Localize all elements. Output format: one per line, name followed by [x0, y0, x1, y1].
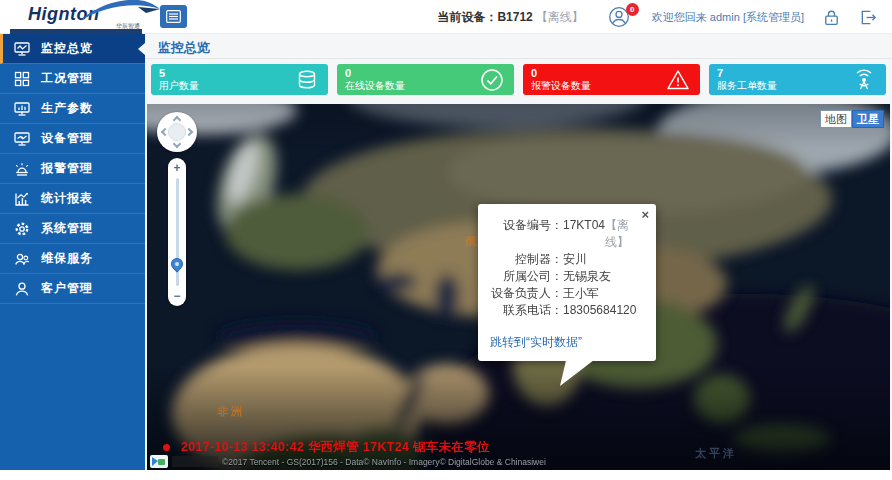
signal-tower-icon: [851, 67, 877, 93]
logo-underline-bar: [10, 29, 142, 34]
sidebar-item-alarm-management[interactable]: 报警管理: [0, 154, 145, 184]
sidebar-item-label: 客户管理: [41, 280, 93, 297]
map-label-pacific: 太平洋: [695, 446, 737, 461]
sidebar-item-label: 设备管理: [41, 130, 93, 147]
map-attribution: ©2017 Tencent - GS(2017)156 - Data© NavI…: [150, 455, 546, 468]
popup-row-owner: 设备负责人： 王小军: [487, 285, 647, 302]
world-map[interactable]: + − 地图 卫星 俄罗斯 中 国 非洲 太平洋 × 设备编号： 17KT04 …: [147, 104, 890, 470]
map-type-toggle: 地图 卫星: [820, 110, 884, 128]
database-icon: [295, 68, 319, 92]
popup-device-status: 【离线】: [605, 217, 647, 251]
pan-center[interactable]: [168, 123, 186, 141]
sidebar-item-label: 生产参数: [41, 100, 93, 117]
grid-icon: [13, 70, 31, 88]
zoom-knob[interactable]: [169, 256, 186, 273]
sidebar-item-customer-management[interactable]: 客户管理: [0, 274, 145, 304]
menu-list-icon: [166, 10, 181, 23]
logout-icon: [859, 8, 878, 27]
sidebar-item-production-params[interactable]: 生产参数: [0, 94, 145, 124]
header-right: 当前设备：B1712 【离线】 0 欢迎您回来 admin [系统管理员]: [437, 0, 878, 34]
stat-card-alarm-devices[interactable]: 0 报警设备数量: [523, 64, 700, 95]
sidebar-item-system-management[interactable]: 系统管理: [0, 214, 145, 244]
map-label-africa: 非洲: [217, 404, 245, 419]
alert-text: 2017-10-13 13:40:42 华西焊管 17KT24 锯车未在零位: [181, 439, 490, 456]
current-device-label: 当前设备：B1712: [437, 9, 532, 26]
map-type-button-satellite[interactable]: 卫星: [852, 110, 884, 128]
sidebar-toggle-button[interactable]: [160, 5, 187, 28]
app-logo: Hignton 华辰智通: [28, 4, 146, 31]
pan-down-icon[interactable]: [173, 140, 181, 148]
sidebar-item-label: 维保服务: [41, 250, 93, 267]
device-info-popup: × 设备编号： 17KT04 【离线】 控制器： 安川 所属公司： 无锡泉友 设…: [478, 204, 656, 361]
alarm-icon: [13, 160, 31, 178]
pan-right-icon[interactable]: [185, 128, 193, 136]
page-title: 监控总览: [145, 34, 892, 59]
sidebar-item-working-condition[interactable]: 工况管理: [0, 64, 145, 94]
notification-user-button[interactable]: 0: [608, 6, 630, 28]
close-icon[interactable]: ×: [641, 208, 649, 221]
stat-cards: 5 用户数量 0 在线设备数量 0 报警设备数量 7 服务工单数量: [145, 59, 892, 95]
service-people-icon: [13, 250, 31, 268]
attribution-chip: [172, 456, 218, 467]
sidebar-item-label: 监控总览: [41, 40, 93, 57]
stat-card-users[interactable]: 5 用户数量: [151, 64, 328, 95]
sidebar-item-device-management[interactable]: 设备管理: [0, 124, 145, 154]
sidebar-item-label: 工况管理: [41, 70, 93, 87]
popup-row-controller: 控制器： 安川: [487, 251, 647, 268]
active-item-arrow: [138, 43, 145, 55]
header: Hignton 华辰智通 当前设备：B1712 【离线】 0 欢迎您回来 adm…: [0, 0, 892, 34]
attribution-text: ©2017 Tencent - GS(2017)156 - Data© NavI…: [222, 457, 546, 467]
main-content: 监控总览 5 用户数量 0 在线设备数量 0 报警设备数量 7 服务工单数量: [145, 34, 892, 470]
map-type-button-map[interactable]: 地图: [820, 110, 852, 128]
current-device-status: 【离线】: [536, 9, 584, 26]
chart-icon: [13, 190, 31, 208]
logo-swoosh-icon: [80, 0, 162, 23]
alarm-ticker: 2017-10-13 13:40:42 华西焊管 17KT24 锯车未在零位: [163, 439, 490, 456]
logout-button[interactable]: [859, 8, 878, 27]
sidebar-item-label: 统计报表: [41, 190, 93, 207]
sidebar-item-label: 系统管理: [41, 220, 93, 237]
popup-row-device-id: 设备编号： 17KT04 【离线】: [487, 217, 647, 251]
username-label: admin [系统管理员]: [710, 11, 804, 23]
stat-card-work-orders[interactable]: 7 服务工单数量: [709, 64, 886, 95]
sidebar-item-maintenance-service[interactable]: 维保服务: [0, 244, 145, 274]
monitor-overview-icon: [13, 40, 31, 58]
popup-row-company: 所属公司： 无锡泉友: [487, 268, 647, 285]
monitor-chart-icon: [13, 100, 31, 118]
sidebar-item-statistics-report[interactable]: 统计报表: [0, 184, 145, 214]
check-circle-icon: [479, 67, 505, 93]
warning-triangle-icon: [665, 67, 691, 93]
notification-badge: 0: [626, 3, 639, 16]
tencent-map-logo-icon: [150, 455, 168, 468]
sidebar-item-monitor-overview[interactable]: 监控总览: [0, 34, 145, 64]
welcome-text: 欢迎您回来 admin [系统管理员]: [652, 10, 804, 25]
gear-icon: [13, 220, 31, 238]
welcome-label: 欢迎您回来: [652, 11, 707, 23]
zoom-out-button[interactable]: −: [168, 289, 186, 303]
monitor-device-icon: [13, 130, 31, 148]
sidebar-item-label: 报警管理: [41, 160, 93, 177]
alert-dot-icon: [163, 444, 170, 451]
popup-row-phone: 联系电话： 18305684120: [487, 302, 647, 319]
map-zoom-slider[interactable]: + −: [168, 158, 186, 306]
stat-card-online-devices[interactable]: 0 在线设备数量: [337, 64, 514, 95]
person-icon: [13, 280, 31, 298]
realtime-data-link[interactable]: 跳转到“实时数据”: [487, 334, 647, 351]
zoom-in-button[interactable]: +: [168, 161, 186, 175]
lock-icon: [822, 8, 841, 27]
sidebar: 监控总览 工况管理 生产参数 设备管理 报警管理 统计报表: [0, 34, 145, 470]
map-pan-control[interactable]: [157, 112, 197, 152]
lock-button[interactable]: [822, 8, 841, 27]
